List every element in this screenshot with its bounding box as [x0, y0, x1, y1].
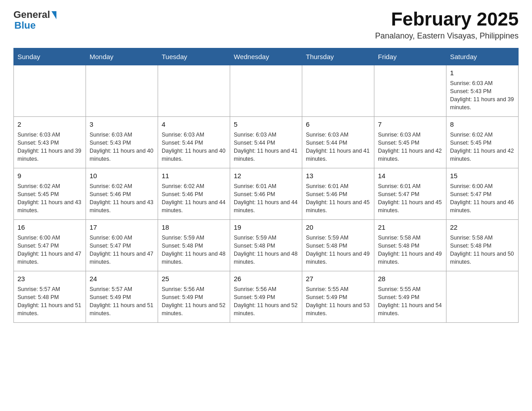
day-number: 11: [162, 171, 226, 181]
page-header: General Blue February 2025 Panalanoy, Ea…: [13, 9, 519, 41]
day-number: 9: [17, 171, 82, 181]
day-number: 22: [450, 223, 515, 232]
calendar-day-cell: 26Sunrise: 5:56 AMSunset: 5:49 PMDayligh…: [230, 271, 302, 323]
calendar-day-cell: 15Sunrise: 6:00 AMSunset: 5:47 PMDayligh…: [446, 168, 519, 220]
calendar-week-row: 16Sunrise: 6:00 AMSunset: 5:47 PMDayligh…: [14, 220, 519, 271]
calendar-day-cell: 19Sunrise: 5:59 AMSunset: 5:48 PMDayligh…: [230, 220, 302, 271]
calendar-day-cell: 11Sunrise: 6:02 AMSunset: 5:46 PMDayligh…: [158, 168, 230, 220]
day-info: Sunrise: 6:00 AMSunset: 5:47 PMDaylight:…: [17, 234, 82, 266]
calendar-day-cell: 5Sunrise: 6:03 AMSunset: 5:44 PMDaylight…: [230, 117, 302, 168]
page-title: February 2025: [375, 9, 519, 30]
title-block: February 2025 Panalanoy, Eastern Visayas…: [375, 9, 519, 41]
calendar-day-cell: [230, 65, 302, 117]
logo-general-text: General: [13, 9, 50, 21]
day-info: Sunrise: 6:01 AMSunset: 5:46 PMDaylight:…: [306, 182, 370, 215]
day-number: 3: [90, 120, 154, 129]
calendar-day-cell: [302, 65, 374, 117]
day-number: 13: [306, 171, 370, 181]
calendar-day-cell: 2Sunrise: 6:03 AMSunset: 5:43 PMDaylight…: [14, 117, 86, 168]
day-info: Sunrise: 6:01 AMSunset: 5:47 PMDaylight:…: [378, 182, 442, 215]
day-info: Sunrise: 5:59 AMSunset: 5:48 PMDaylight:…: [162, 234, 226, 266]
day-info: Sunrise: 6:03 AMSunset: 5:43 PMDaylight:…: [17, 131, 82, 163]
calendar-day-cell: 25Sunrise: 5:56 AMSunset: 5:49 PMDayligh…: [158, 271, 230, 323]
day-info: Sunrise: 6:03 AMSunset: 5:43 PMDaylight:…: [450, 79, 515, 112]
day-number: 24: [90, 274, 154, 284]
calendar-day-cell: 21Sunrise: 5:58 AMSunset: 5:48 PMDayligh…: [374, 220, 446, 271]
calendar-day-cell: 27Sunrise: 5:55 AMSunset: 5:49 PMDayligh…: [302, 271, 374, 323]
day-number: 17: [90, 223, 154, 232]
day-info: Sunrise: 6:03 AMSunset: 5:44 PMDaylight:…: [234, 131, 298, 163]
calendar-day-cell: [158, 65, 230, 117]
calendar-week-row: 2Sunrise: 6:03 AMSunset: 5:43 PMDaylight…: [14, 117, 519, 168]
calendar-day-cell: 8Sunrise: 6:02 AMSunset: 5:45 PMDaylight…: [446, 117, 519, 168]
calendar-day-cell: 18Sunrise: 5:59 AMSunset: 5:48 PMDayligh…: [158, 220, 230, 271]
day-info: Sunrise: 6:01 AMSunset: 5:46 PMDaylight:…: [234, 182, 298, 215]
day-number: 18: [162, 223, 226, 232]
day-info: Sunrise: 5:58 AMSunset: 5:48 PMDaylight:…: [378, 234, 442, 266]
day-info: Sunrise: 6:02 AMSunset: 5:46 PMDaylight:…: [162, 182, 226, 215]
day-info: Sunrise: 6:03 AMSunset: 5:43 PMDaylight:…: [90, 131, 154, 163]
day-info: Sunrise: 6:02 AMSunset: 5:46 PMDaylight:…: [90, 182, 154, 215]
calendar-day-cell: [14, 65, 86, 117]
calendar-week-row: 1Sunrise: 6:03 AMSunset: 5:43 PMDaylight…: [14, 65, 519, 117]
calendar-day-cell: 6Sunrise: 6:03 AMSunset: 5:44 PMDaylight…: [302, 117, 374, 168]
weekday-header-thursday: Thursday: [302, 48, 374, 65]
calendar-week-row: 9Sunrise: 6:02 AMSunset: 5:45 PMDaylight…: [14, 168, 519, 220]
day-number: 27: [306, 274, 370, 284]
day-number: 6: [306, 120, 370, 129]
weekday-header-monday: Monday: [86, 48, 158, 65]
day-number: 8: [450, 120, 515, 129]
calendar-day-cell: 7Sunrise: 6:03 AMSunset: 5:45 PMDaylight…: [374, 117, 446, 168]
day-number: 23: [17, 274, 82, 284]
day-number: 4: [162, 120, 226, 129]
calendar-day-cell: 20Sunrise: 5:59 AMSunset: 5:48 PMDayligh…: [302, 220, 374, 271]
day-number: 7: [378, 120, 442, 129]
day-info: Sunrise: 6:02 AMSunset: 5:45 PMDaylight:…: [450, 131, 515, 163]
day-info: Sunrise: 6:02 AMSunset: 5:45 PMDaylight:…: [17, 182, 82, 215]
day-info: Sunrise: 5:56 AMSunset: 5:49 PMDaylight:…: [162, 285, 226, 318]
logo: General Blue: [13, 9, 56, 31]
calendar-table: SundayMondayTuesdayWednesdayThursdayFrid…: [13, 48, 519, 323]
weekday-header-sunday: Sunday: [14, 48, 86, 65]
calendar-day-cell: 17Sunrise: 6:00 AMSunset: 5:47 PMDayligh…: [86, 220, 158, 271]
day-number: 5: [234, 120, 298, 129]
day-info: Sunrise: 5:55 AMSunset: 5:49 PMDaylight:…: [378, 285, 442, 318]
day-number: 21: [378, 223, 442, 232]
day-info: Sunrise: 6:00 AMSunset: 5:47 PMDaylight:…: [450, 182, 515, 215]
day-info: Sunrise: 6:03 AMSunset: 5:44 PMDaylight:…: [162, 131, 226, 163]
calendar-day-cell: 1Sunrise: 6:03 AMSunset: 5:43 PMDaylight…: [446, 65, 519, 117]
calendar-day-cell: 14Sunrise: 6:01 AMSunset: 5:47 PMDayligh…: [374, 168, 446, 220]
day-number: 15: [450, 171, 515, 181]
day-number: 2: [17, 120, 82, 129]
day-info: Sunrise: 5:56 AMSunset: 5:49 PMDaylight:…: [234, 285, 298, 318]
day-info: Sunrise: 5:57 AMSunset: 5:49 PMDaylight:…: [90, 285, 154, 318]
day-number: 28: [378, 274, 442, 284]
day-info: Sunrise: 5:55 AMSunset: 5:49 PMDaylight:…: [306, 285, 370, 318]
page-subtitle: Panalanoy, Eastern Visayas, Philippines: [375, 31, 519, 41]
day-number: 26: [234, 274, 298, 284]
day-info: Sunrise: 6:03 AMSunset: 5:44 PMDaylight:…: [306, 131, 370, 163]
calendar-day-cell: 10Sunrise: 6:02 AMSunset: 5:46 PMDayligh…: [86, 168, 158, 220]
weekday-header-tuesday: Tuesday: [158, 48, 230, 65]
day-number: 12: [234, 171, 298, 181]
calendar-day-cell: 3Sunrise: 6:03 AMSunset: 5:43 PMDaylight…: [86, 117, 158, 168]
calendar-day-cell: 4Sunrise: 6:03 AMSunset: 5:44 PMDaylight…: [158, 117, 230, 168]
day-number: 25: [162, 274, 226, 284]
calendar-day-cell: 9Sunrise: 6:02 AMSunset: 5:45 PMDaylight…: [14, 168, 86, 220]
day-info: Sunrise: 6:03 AMSunset: 5:45 PMDaylight:…: [378, 131, 442, 163]
day-info: Sunrise: 5:58 AMSunset: 5:48 PMDaylight:…: [450, 234, 515, 266]
day-info: Sunrise: 5:59 AMSunset: 5:48 PMDaylight:…: [306, 234, 370, 266]
calendar-day-cell: 13Sunrise: 6:01 AMSunset: 5:46 PMDayligh…: [302, 168, 374, 220]
calendar-day-cell: [374, 65, 446, 117]
day-info: Sunrise: 5:59 AMSunset: 5:48 PMDaylight:…: [234, 234, 298, 266]
calendar-week-row: 23Sunrise: 5:57 AMSunset: 5:48 PMDayligh…: [14, 271, 519, 323]
calendar-day-cell: 22Sunrise: 5:58 AMSunset: 5:48 PMDayligh…: [446, 220, 519, 271]
logo-blue-text: Blue: [14, 20, 36, 31]
day-info: Sunrise: 5:57 AMSunset: 5:48 PMDaylight:…: [17, 285, 82, 318]
day-number: 1: [450, 68, 515, 78]
calendar-day-cell: 24Sunrise: 5:57 AMSunset: 5:49 PMDayligh…: [86, 271, 158, 323]
weekday-header-saturday: Saturday: [446, 48, 519, 65]
calendar-day-cell: 16Sunrise: 6:00 AMSunset: 5:47 PMDayligh…: [14, 220, 86, 271]
day-number: 14: [378, 171, 442, 181]
calendar-day-cell: 28Sunrise: 5:55 AMSunset: 5:49 PMDayligh…: [374, 271, 446, 323]
